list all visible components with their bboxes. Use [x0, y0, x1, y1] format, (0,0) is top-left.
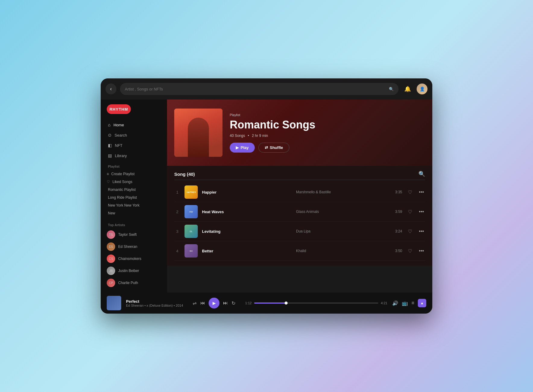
artist-avatar-justin-bieber: JB — [107, 267, 115, 275]
sidebar-item-home[interactable]: ⌂ Home — [104, 120, 163, 130]
playlist-section-label: Playlist — [101, 161, 167, 170]
progress-area: 1:12 4:21 — [245, 301, 387, 305]
player-bar: Perfect Ed Sheeran • x (Deluxe Edition) … — [101, 292, 432, 314]
song-title: Better — [202, 249, 292, 253]
top-bar: ‹ 🔍 🔔 👤 — [101, 78, 432, 100]
more-options-button[interactable]: ••• — [418, 229, 425, 234]
album-cover-figure — [188, 118, 209, 157]
like-button[interactable]: ♡ — [406, 189, 414, 195]
like-button[interactable]: ♡ — [406, 209, 414, 215]
song-number: 3 — [174, 229, 180, 234]
main-layout: RHYTHM ⌂ Home ⊙ Search ◧ NFT ▤ Li — [101, 100, 432, 292]
shuffle-ctrl-button[interactable]: ⇌ — [193, 300, 197, 306]
home-icon: ⌂ — [108, 122, 110, 127]
song-artist: Khalid — [296, 249, 386, 253]
song-artist: Glass Animals — [296, 210, 386, 214]
nft-icon: ◧ — [108, 143, 112, 148]
table-row: 4 KH Better Khalid 3:50 ♡ ••• — [174, 241, 425, 261]
sidebar-item-search[interactable]: ⊙ Search — [104, 130, 163, 140]
playlist-meta: 40 Songs • 2 hr 9 min — [230, 134, 315, 138]
playlist-info: Playlist Romantic Songs 40 Songs • 2 hr … — [230, 113, 315, 153]
player-track-sub: Ed Sheeran • x (Deluxe Edition) • 2014 — [126, 304, 183, 307]
table-row: 2 HW Heat Waves Glass Animals 3:59 ♡ ••• — [174, 202, 425, 222]
create-playlist-button[interactable]: ≡ Create Playlist — [101, 170, 167, 178]
song-thumbnail: DL — [184, 225, 198, 238]
play-button[interactable]: ▶ Play — [230, 143, 255, 153]
search-input[interactable] — [125, 87, 386, 91]
playlist-item-new-york[interactable]: New York New York — [101, 201, 167, 209]
content-area: Playlist Romantic Songs 40 Songs • 2 hr … — [167, 100, 432, 292]
logo-area: RHYTHM — [101, 104, 167, 120]
cast-button[interactable]: 📺 — [402, 300, 408, 306]
playlist-header: Playlist Romantic Songs 40 Songs • 2 hr … — [167, 100, 432, 166]
player-controls: ⇌ ⏮ ▶ ⏭ ↻ — [193, 298, 235, 308]
back-button[interactable]: ‹ — [106, 84, 116, 94]
play-icon: ▶ — [236, 145, 239, 150]
player-track-title: Perfect — [126, 299, 183, 304]
top-right-icons: 🔔 👤 — [402, 84, 427, 94]
user-avatar[interactable]: 👤 — [417, 84, 427, 94]
song-duration: 3:50 — [390, 249, 402, 253]
more-options-button[interactable]: ••• — [418, 209, 425, 214]
playlist-item-new[interactable]: New — [101, 209, 167, 217]
like-button[interactable]: ♡ — [406, 248, 414, 254]
shuffle-button[interactable]: ⇄ Shuffle — [258, 143, 289, 153]
play-pause-button[interactable]: ▶ — [209, 298, 219, 308]
artist-avatar-chainsmokers: CS — [107, 254, 115, 263]
more-options-button[interactable]: ••• — [418, 248, 425, 254]
artist-item-ed-sheeran[interactable]: ES Ed Sheeran — [101, 241, 167, 253]
artist-item-chainsmokers[interactable]: CS Chainsmokers — [101, 253, 167, 265]
playlist-title: Romantic Songs — [230, 119, 315, 131]
playlist-item-romantic[interactable]: Romantic Playlist — [101, 186, 167, 194]
notification-button[interactable]: 🔔 — [402, 84, 413, 94]
progress-bar[interactable] — [254, 302, 379, 304]
album-cover-art — [174, 109, 222, 157]
song-title: Levitating — [202, 229, 292, 234]
heart-icon: ♡ — [107, 180, 110, 184]
playlist-item-long-ride[interactable]: Long Ride Playlist — [101, 194, 167, 201]
song-title: Happier — [202, 190, 292, 194]
progress-dot — [285, 302, 288, 305]
sidebar-item-nft[interactable]: ◧ NFT — [104, 141, 163, 150]
sidebar-item-library[interactable]: ▤ Library — [104, 151, 163, 160]
queue-button[interactable]: ≡ — [412, 300, 414, 306]
song-duration: 3:24 — [390, 229, 402, 233]
device-frame: ‹ 🔍 🔔 👤 RHYTHM ⌂ Home ⊙ — [101, 78, 432, 314]
volume-button[interactable]: 🔊 — [392, 300, 398, 306]
song-duration: 3:59 — [390, 210, 402, 214]
songs-count: Song (40) — [174, 172, 195, 177]
artist-item-charlie-puth[interactable]: CP Charlie Puth — [101, 277, 167, 289]
prev-button[interactable]: ⏮ — [200, 300, 205, 306]
search-bar-container: 🔍 — [120, 83, 399, 95]
total-time: 4:21 — [381, 301, 387, 305]
artist-item-taylor-swift[interactable]: TS Taylor Swift — [101, 229, 167, 241]
artist-item-justin-bieber[interactable]: JB Justin Beiber — [101, 265, 167, 277]
like-button[interactable]: ♡ — [406, 229, 414, 234]
repeat-button[interactable]: ↻ — [232, 300, 235, 306]
song-duration: 3:35 — [390, 190, 402, 194]
nav-section: ⌂ Home ⊙ Search ◧ NFT ▤ Library — [101, 120, 167, 161]
song-artist: Dua Lipa — [296, 229, 386, 233]
player-cover-art — [107, 296, 121, 310]
table-row: 3 DL Levitating Dua Lipa 3:24 ♡ ••• — [174, 222, 425, 241]
artist-avatar-taylor-swift: TS — [107, 230, 115, 239]
expand-button[interactable]: ▲ — [418, 299, 426, 307]
top-artists-label: Top Artists — [101, 220, 167, 229]
song-number: 4 — [174, 249, 180, 253]
search-nav-icon: ⊙ — [108, 133, 112, 138]
album-cover — [174, 109, 222, 157]
song-number: 1 — [174, 190, 180, 194]
more-options-button[interactable]: ••• — [418, 189, 425, 195]
songs-list: Song (40) 🔍 1 HAPPIER Happier Marshmello… — [167, 166, 432, 266]
songs-header: Song (40) 🔍 — [174, 171, 425, 180]
search-songs-icon[interactable]: 🔍 — [418, 171, 425, 177]
player-info: Perfect Ed Sheeran • x (Deluxe Edition) … — [126, 299, 183, 307]
next-button[interactable]: ⏭ — [223, 300, 228, 306]
song-thumbnail: HW — [184, 205, 198, 218]
song-thumbnail: KH — [184, 244, 198, 258]
search-icon: 🔍 — [389, 87, 394, 91]
table-row: 1 HAPPIER Happier Marshmello & Bastille … — [174, 182, 425, 202]
player-right-icons: 🔊 📺 ≡ ▲ — [392, 299, 426, 307]
liked-songs-button[interactable]: ♡ Liked Songs — [101, 178, 167, 186]
artist-avatar-charlie-puth: CP — [107, 279, 115, 287]
